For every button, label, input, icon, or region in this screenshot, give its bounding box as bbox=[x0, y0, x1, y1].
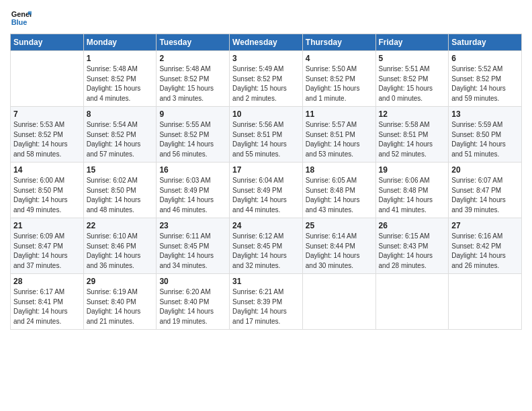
sunset-label: Sunset: 8:50 PM bbox=[451, 131, 501, 138]
day-info: Sunrise: 6:14 AM Sunset: 8:44 PM Dayligh… bbox=[306, 232, 373, 271]
sunrise-label: Sunrise: 5:54 AM bbox=[87, 121, 138, 128]
day-number: 10 bbox=[232, 109, 300, 119]
daylight-label: Daylight: 14 hours and 32 minutes. bbox=[232, 252, 287, 269]
daylight-label: Daylight: 14 hours and 30 minutes. bbox=[306, 252, 360, 269]
sunrise-label: Sunrise: 6:16 AM bbox=[451, 232, 502, 240]
sunset-label: Sunset: 8:40 PM bbox=[159, 298, 209, 306]
day-cell: 4 Sunrise: 5:50 AM Sunset: 8:52 PM Dayli… bbox=[302, 51, 375, 107]
day-info: Sunrise: 6:15 AM Sunset: 8:43 PM Dayligh… bbox=[379, 232, 446, 271]
day-number: 22 bbox=[87, 221, 154, 230]
sunrise-label: Sunrise: 5:55 AM bbox=[159, 121, 210, 128]
day-cell: 19 Sunrise: 6:06 AM Sunset: 8:48 PM Dayl… bbox=[375, 163, 449, 218]
daylight-label: Daylight: 14 hours and 55 minutes. bbox=[232, 140, 287, 158]
sunset-label: Sunset: 8:50 PM bbox=[87, 187, 136, 194]
daylight-label: Daylight: 14 hours and 26 minutes. bbox=[451, 252, 506, 269]
day-cell: 14 Sunrise: 6:00 AM Sunset: 8:50 PM Dayl… bbox=[11, 163, 84, 218]
sunset-label: Sunset: 8:50 PM bbox=[13, 187, 63, 194]
day-cell bbox=[375, 274, 449, 330]
day-cell: 30 Sunrise: 6:20 AM Sunset: 8:40 PM Dayl… bbox=[157, 274, 230, 330]
daylight-label: Daylight: 14 hours and 34 minutes. bbox=[159, 252, 214, 269]
daylight-label: Daylight: 14 hours and 53 minutes. bbox=[306, 140, 360, 158]
day-number: 20 bbox=[451, 165, 519, 175]
sunrise-label: Sunrise: 6:14 AM bbox=[306, 232, 357, 240]
daylight-label: Daylight: 14 hours and 49 minutes. bbox=[13, 196, 68, 214]
header-tuesday: Tuesday bbox=[157, 34, 230, 51]
week-row-2: 7 Sunrise: 5:53 AM Sunset: 8:52 PM Dayli… bbox=[11, 107, 522, 163]
day-number: 6 bbox=[451, 54, 519, 63]
daylight-label: Daylight: 14 hours and 41 minutes. bbox=[379, 196, 433, 214]
sunset-label: Sunset: 8:52 PM bbox=[306, 75, 355, 83]
day-cell: 28 Sunrise: 6:17 AM Sunset: 8:41 PM Dayl… bbox=[11, 274, 84, 330]
day-number: 27 bbox=[451, 221, 519, 230]
header-saturday: Saturday bbox=[449, 34, 522, 51]
sunset-label: Sunset: 8:47 PM bbox=[451, 187, 501, 194]
daylight-label: Daylight: 15 hours and 4 minutes. bbox=[87, 85, 141, 102]
sunrise-label: Sunrise: 5:58 AM bbox=[379, 121, 430, 128]
day-info: Sunrise: 5:50 AM Sunset: 8:52 PM Dayligh… bbox=[306, 64, 373, 103]
day-cell: 20 Sunrise: 6:07 AM Sunset: 8:47 PM Dayl… bbox=[449, 163, 522, 218]
sunset-label: Sunset: 8:52 PM bbox=[159, 131, 209, 138]
day-cell: 25 Sunrise: 6:14 AM Sunset: 8:44 PM Dayl… bbox=[302, 218, 375, 274]
sunrise-label: Sunrise: 6:19 AM bbox=[87, 288, 138, 295]
daylight-label: Daylight: 14 hours and 21 minutes. bbox=[87, 308, 141, 325]
day-cell: 8 Sunrise: 5:54 AM Sunset: 8:52 PM Dayli… bbox=[83, 107, 157, 163]
sunset-label: Sunset: 8:42 PM bbox=[451, 242, 501, 250]
day-cell: 17 Sunrise: 6:04 AM Sunset: 8:49 PM Dayl… bbox=[230, 163, 303, 218]
week-row-4: 21 Sunrise: 6:09 AM Sunset: 8:47 PM Dayl… bbox=[11, 218, 522, 274]
day-info: Sunrise: 5:49 AM Sunset: 8:52 PM Dayligh… bbox=[232, 64, 300, 103]
sunset-label: Sunset: 8:44 PM bbox=[306, 242, 355, 250]
day-info: Sunrise: 6:02 AM Sunset: 8:50 PM Dayligh… bbox=[87, 176, 154, 215]
sunrise-label: Sunrise: 5:51 AM bbox=[379, 65, 430, 73]
day-number: 12 bbox=[379, 109, 446, 119]
sunset-label: Sunset: 8:49 PM bbox=[159, 187, 209, 194]
header-monday: Monday bbox=[83, 34, 157, 51]
days-header-row: SundayMondayTuesdayWednesdayThursdayFrid… bbox=[11, 34, 522, 51]
day-number: 3 bbox=[232, 54, 300, 63]
week-row-1: 1 Sunrise: 5:48 AM Sunset: 8:52 PM Dayli… bbox=[11, 51, 522, 107]
day-cell: 12 Sunrise: 5:58 AM Sunset: 8:51 PM Dayl… bbox=[375, 107, 449, 163]
sunset-label: Sunset: 8:52 PM bbox=[159, 75, 209, 83]
sunrise-label: Sunrise: 6:05 AM bbox=[306, 177, 357, 184]
day-number: 30 bbox=[159, 277, 226, 286]
sunset-label: Sunset: 8:48 PM bbox=[379, 187, 429, 194]
day-info: Sunrise: 6:06 AM Sunset: 8:48 PM Dayligh… bbox=[379, 176, 446, 215]
day-number: 31 bbox=[232, 277, 300, 286]
sunset-label: Sunset: 8:52 PM bbox=[379, 75, 429, 83]
sunset-label: Sunset: 8:39 PM bbox=[232, 298, 282, 306]
header: General Blue bbox=[10, 7, 522, 28]
sunset-label: Sunset: 8:52 PM bbox=[232, 75, 282, 83]
day-cell: 2 Sunrise: 5:48 AM Sunset: 8:52 PM Dayli… bbox=[157, 51, 230, 107]
page: General Blue SundayMondayTuesdayWednesda… bbox=[0, 0, 532, 411]
sunrise-label: Sunrise: 5:48 AM bbox=[159, 65, 210, 73]
day-info: Sunrise: 6:20 AM Sunset: 8:40 PM Dayligh… bbox=[159, 287, 226, 326]
sunrise-label: Sunrise: 6:11 AM bbox=[159, 232, 210, 240]
week-row-3: 14 Sunrise: 6:00 AM Sunset: 8:50 PM Dayl… bbox=[11, 163, 522, 218]
day-number: 21 bbox=[13, 221, 81, 230]
daylight-label: Daylight: 14 hours and 19 minutes. bbox=[159, 308, 214, 325]
day-number: 5 bbox=[379, 54, 446, 63]
day-cell: 9 Sunrise: 5:55 AM Sunset: 8:52 PM Dayli… bbox=[157, 107, 230, 163]
day-cell: 11 Sunrise: 5:57 AM Sunset: 8:51 PM Dayl… bbox=[302, 107, 375, 163]
daylight-label: Daylight: 14 hours and 36 minutes. bbox=[87, 252, 141, 269]
day-info: Sunrise: 6:00 AM Sunset: 8:50 PM Dayligh… bbox=[13, 176, 81, 215]
day-cell: 6 Sunrise: 5:52 AM Sunset: 8:52 PM Dayli… bbox=[449, 51, 522, 107]
day-info: Sunrise: 5:55 AM Sunset: 8:52 PM Dayligh… bbox=[159, 120, 226, 159]
daylight-label: Daylight: 14 hours and 39 minutes. bbox=[451, 196, 506, 214]
day-info: Sunrise: 5:56 AM Sunset: 8:51 PM Dayligh… bbox=[232, 120, 300, 159]
day-cell: 26 Sunrise: 6:15 AM Sunset: 8:43 PM Dayl… bbox=[375, 218, 449, 274]
day-info: Sunrise: 5:52 AM Sunset: 8:52 PM Dayligh… bbox=[451, 64, 519, 103]
sunset-label: Sunset: 8:46 PM bbox=[87, 242, 136, 250]
daylight-label: Daylight: 14 hours and 57 minutes. bbox=[87, 140, 141, 158]
day-info: Sunrise: 6:16 AM Sunset: 8:42 PM Dayligh… bbox=[451, 232, 519, 271]
day-number: 28 bbox=[13, 277, 81, 286]
day-number: 1 bbox=[87, 54, 154, 63]
day-number: 29 bbox=[87, 277, 154, 286]
day-info: Sunrise: 6:10 AM Sunset: 8:46 PM Dayligh… bbox=[87, 232, 154, 271]
day-cell bbox=[11, 51, 84, 107]
day-info: Sunrise: 5:48 AM Sunset: 8:52 PM Dayligh… bbox=[159, 64, 226, 103]
day-number: 11 bbox=[306, 109, 373, 119]
day-info: Sunrise: 5:48 AM Sunset: 8:52 PM Dayligh… bbox=[87, 64, 154, 103]
day-cell: 1 Sunrise: 5:48 AM Sunset: 8:52 PM Dayli… bbox=[83, 51, 157, 107]
sunset-label: Sunset: 8:47 PM bbox=[13, 242, 63, 250]
day-cell: 21 Sunrise: 6:09 AM Sunset: 8:47 PM Dayl… bbox=[11, 218, 84, 274]
